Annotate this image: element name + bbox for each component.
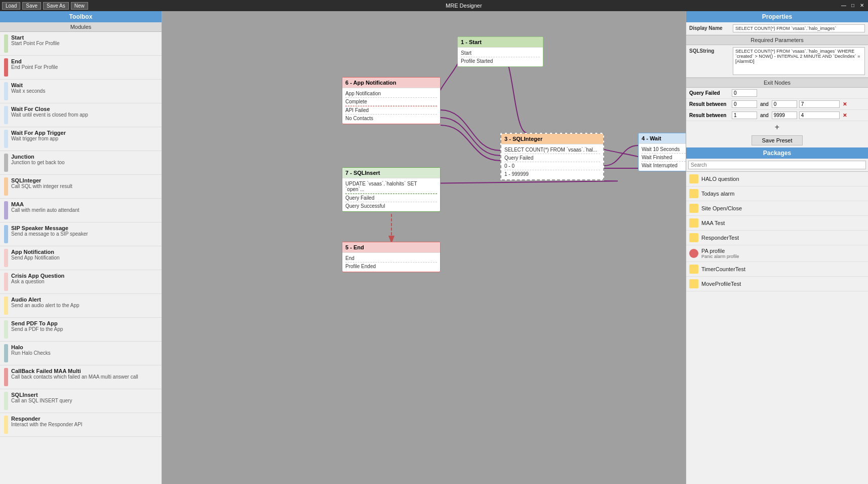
canvas-area[interactable]: 1 - Start Start Profile Started 6 - App … [162, 11, 686, 484]
close-button[interactable]: ✕ [858, 2, 866, 10]
toolbox-item-color [4, 225, 8, 243]
package-name: PA profile [701, 248, 725, 254]
package-item-moveprofiletest[interactable]: MoveProfileTest [686, 277, 868, 291]
maximize-button[interactable]: □ [849, 2, 857, 10]
node-start-header: 1 - Start [458, 37, 543, 48]
toolbox-item-name: Wait [11, 82, 45, 88]
exit-add-button[interactable]: + [775, 123, 779, 132]
node-start-body: Profile Started [461, 57, 540, 65]
node-appnotif[interactable]: 6 - App Notification App Notification Co… [342, 77, 441, 124]
toolbox-item-sqlinteger[interactable]: SQLInteger Call SQL with integer result [0, 175, 162, 199]
package-item-halo-question[interactable]: HALO question [686, 172, 868, 187]
exit-result-from-2[interactable] [732, 111, 757, 119]
exit-remove-1[interactable]: ✕ [843, 101, 847, 107]
load-button[interactable]: Load [2, 2, 20, 10]
toolbox-item-color [4, 34, 8, 53]
toolbox-item-end[interactable]: End End Point For Profile [0, 56, 162, 80]
exit-add-row: + [686, 121, 868, 133]
toolbox-item-send-pdf-to-app[interactable]: Send PDF To App Send a PDF to the App [0, 318, 162, 342]
node-appnotif-apifailed: API Failed [345, 106, 437, 115]
exit-result-to-2[interactable] [772, 111, 797, 119]
toolbox-item-wait-for-app-trigger[interactable]: Wait For App Trigger Wait trigger from a… [0, 127, 162, 151]
node-sqlinsert[interactable]: 7 - SQLInsert UPDATE `vsaas`.`halohits` … [342, 167, 441, 212]
sqlstring-value[interactable]: SELECT COUNT(*) FROM `vsaas`.`halo_image… [733, 47, 865, 75]
toolbox-list: Start Start Point For Profile End End Po… [0, 32, 162, 484]
toolbox-item-color [4, 177, 8, 196]
exit-query-failed-label: Query Failed [689, 90, 730, 96]
node-sqlinsert-success: Query Successful [345, 202, 437, 210]
toolbox-item-audio-alert[interactable]: Audio Alert Send an audio alert to the A… [0, 294, 162, 318]
node-sqlinsert-header: 7 - SQLInsert [342, 168, 440, 178]
toolbox-item-color [4, 154, 8, 172]
save-as-button[interactable]: Save As [43, 2, 69, 10]
node-sqlinsert-failed: Query Failed [345, 194, 437, 202]
node-sqlinteger-r0: 0 - 0 [504, 162, 600, 170]
exit-result-to-1[interactable] [772, 100, 797, 108]
package-item-maa-test[interactable]: MAA Test [686, 216, 868, 231]
packages-search-input[interactable] [688, 161, 866, 169]
node-sqlinteger-failed: Query Failed [504, 154, 600, 162]
toolbox-subheader: Modules [0, 22, 162, 32]
toolbox-item-maa[interactable]: MAA Call with merlin auto attendant [0, 199, 162, 222]
save-button[interactable]: Save [22, 2, 41, 10]
toolbox-item-name: End [11, 58, 58, 64]
package-name: Site Open/Close [701, 205, 742, 211]
toolbox-item-desc: Interact with the Responder API [11, 422, 83, 427]
toolbox-item-desc: Send an audio alert to the App [11, 303, 80, 308]
package-color [689, 279, 698, 288]
toolbox-item-name: CallBack Failed MAA Multi [11, 368, 138, 374]
sqlstring-row: SQLString SELECT COUNT(*) FROM `vsaas`.`… [686, 45, 868, 78]
node-wait[interactable]: 4 - Wait Wait 10 Seconds Wait Finished W… [638, 133, 686, 171]
toolbox-item-wait-for-close[interactable]: Wait For Close Wait until event is close… [0, 103, 162, 127]
toolbox-item-name: Junction [11, 154, 65, 160]
toolbox-item-start[interactable]: Start Start Point For Profile [0, 32, 162, 56]
node-start[interactable]: 1 - Start Start Profile Started [457, 36, 543, 67]
toolbox-item-app-notification[interactable]: App Notification Send App Notification [0, 246, 162, 270]
canvas[interactable]: 1 - Start Start Profile Started 6 - App … [162, 11, 686, 467]
node-appnotif-label: App Notification [345, 90, 437, 98]
node-end-body: Profile Ended [345, 263, 437, 270]
new-button[interactable]: New [71, 2, 88, 10]
toolbox-item-crisis-app-question[interactable]: Crisis App Question Ask a question [0, 270, 162, 294]
minimize-button[interactable]: — [840, 2, 848, 10]
save-preset-button[interactable]: Save Preset [752, 135, 803, 145]
packages-panel: Packages HALO question Todays alarm Site… [686, 147, 868, 484]
app-title: MRE Designer [88, 3, 840, 9]
exit-result-between-1-label: Result between [689, 101, 730, 107]
toolbox-item-color [4, 344, 8, 362]
toolbox-item-sip-speaker-message[interactable]: SIP Speaker Message Send a message to a … [0, 222, 162, 246]
toolbox-item-desc: End Point For Profile [11, 64, 58, 70]
package-color [689, 218, 698, 228]
package-item-pa-profile[interactable]: PA profile Panic alarm profile [686, 245, 868, 262]
exit-result-dest-2[interactable] [799, 111, 840, 119]
package-item-respondertest[interactable]: ResponderTest [686, 231, 868, 245]
node-start-label: Start [461, 49, 540, 57]
toolbox-item-desc: Send a PDF to the App [11, 326, 63, 332]
toolbox-item-wait[interactable]: Wait Wait x seconds [0, 80, 162, 103]
node-sqlinteger[interactable]: 3 - SQLInteger SELECT COUNT(*) FROM `vsa… [500, 133, 604, 180]
toolbox-item-junction[interactable]: Junction Junction to get back too [0, 151, 162, 175]
exit-result-from-1[interactable] [732, 100, 757, 108]
node-sqlinteger-header: 3 - SQLInteger [501, 134, 603, 144]
exit-and-1: and [760, 101, 769, 107]
packages-list: HALO question Todays alarm Site Open/Clo… [686, 172, 868, 484]
node-appnotif-complete: Complete [345, 98, 437, 106]
package-color [689, 204, 698, 213]
exit-query-failed-input[interactable] [732, 89, 757, 97]
exit-result-dest-1[interactable] [799, 100, 840, 108]
display-name-value[interactable]: SELECT COUNT(*) FROM `vsaas`.`halo_image… [733, 24, 865, 32]
node-end[interactable]: 5 - End End Profile Ended [342, 242, 441, 272]
toolbox-item-name: SQLInsert [11, 392, 72, 398]
node-appnotif-nocontacts: No Contacts [345, 115, 437, 122]
toolbox-item-callback-failed-maa-multi[interactable]: CallBack Failed MAA Multi Call back cont… [0, 365, 162, 389]
toolbox-item-responder[interactable]: Responder Interact with the Responder AP… [0, 413, 162, 437]
window-controls: — □ ✕ [840, 2, 866, 10]
package-item-todays-alarm[interactable]: Todays alarm [686, 187, 868, 201]
package-item-site-open/close[interactable]: Site Open/Close [686, 201, 868, 216]
toolbox-item-halo[interactable]: Halo Run Halo Checks [0, 342, 162, 365]
exit-remove-2[interactable]: ✕ [843, 113, 847, 118]
package-color [689, 189, 698, 198]
toolbox-item-name: Crisis App Question [11, 273, 64, 279]
toolbox-item-sqlinsert[interactable]: SQLInsert Call an SQL INSERT query [0, 389, 162, 413]
package-item-timercountertest[interactable]: TimerCounterTest [686, 262, 868, 277]
